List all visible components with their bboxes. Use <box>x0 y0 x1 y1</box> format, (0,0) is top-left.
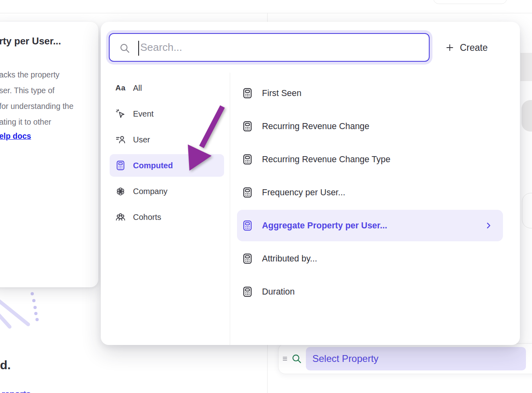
drag-handle-icon[interactable] <box>282 355 288 362</box>
tooltip-line: ating it to other <box>0 114 73 130</box>
event-icon <box>115 109 126 119</box>
top-divider-line <box>0 13 532 13</box>
popover-column-divider <box>230 73 230 345</box>
calculator-icon <box>242 187 253 198</box>
query-builder-row: Select Property <box>278 343 532 374</box>
property-picker-popover: Create Aa All Event User Computed Compan… <box>101 22 520 345</box>
category-item-computed[interactable]: Computed <box>110 154 224 177</box>
search-box[interactable] <box>109 33 430 62</box>
calculator-icon <box>242 286 253 297</box>
decorative-chart-illustration <box>0 282 52 335</box>
tooltip-title: rty per User... <box>0 36 61 47</box>
property-item-first-seen[interactable]: First Seen <box>237 77 503 109</box>
create-button[interactable]: Create <box>445 40 488 56</box>
background-card-fragment <box>522 193 532 228</box>
calculator-icon <box>242 253 253 264</box>
background-panel-fragment <box>520 53 532 81</box>
help-docs-link[interactable]: elp docs <box>0 132 31 141</box>
property-search-icon <box>291 353 302 364</box>
calculator-icon <box>242 220 253 231</box>
search-icon <box>119 43 130 54</box>
property-item-aggregate-property-per-user[interactable]: Aggregate Property per User... <box>237 210 503 241</box>
category-item-all[interactable]: Aa All <box>110 77 224 99</box>
tooltip-line: for understanding the <box>0 98 73 114</box>
property-tooltip-card: rty per User... acks the property ser. T… <box>0 22 98 287</box>
property-item-duration[interactable]: Duration <box>237 276 503 307</box>
cohorts-icon <box>115 212 126 222</box>
clipped-reports-link[interactable]: reports <box>2 389 31 393</box>
partial-top-button[interactable] <box>433 0 507 4</box>
calculator-icon <box>242 88 253 99</box>
search-input[interactable] <box>140 34 422 61</box>
tooltip-description: acks the property ser. This type of for … <box>0 67 73 130</box>
create-button-label: Create <box>460 42 488 53</box>
category-list: Aa All Event User Computed Company Cohor… <box>110 77 224 232</box>
tooltip-line: acks the property <box>0 67 73 83</box>
select-property-label: Select Property <box>312 353 378 364</box>
property-item-recurring-revenue-change-type[interactable]: Recurring Revenue Change Type <box>237 144 503 175</box>
text-format-icon: Aa <box>115 83 126 93</box>
category-item-user[interactable]: User <box>110 128 224 151</box>
category-item-company[interactable]: Company <box>110 180 224 203</box>
text-caret <box>138 41 139 56</box>
tooltip-line: ser. This type of <box>0 83 73 98</box>
user-icon <box>115 134 126 145</box>
plus-icon <box>445 43 454 52</box>
calculator-icon <box>242 121 253 132</box>
property-list: First Seen Recurring Revenue Change Recu… <box>237 77 503 309</box>
select-property-button[interactable]: Select Property <box>306 347 526 370</box>
calculator-icon <box>115 160 126 171</box>
clipped-sentence-text: d. <box>0 358 11 372</box>
chevron-right-icon <box>484 222 493 230</box>
background-card-fragment <box>522 100 532 132</box>
calculator-icon <box>242 154 253 165</box>
company-icon <box>115 186 126 196</box>
category-item-event[interactable]: Event <box>110 102 224 125</box>
property-item-recurring-revenue-change[interactable]: Recurring Revenue Change <box>237 111 503 142</box>
category-item-cohorts[interactable]: Cohorts <box>110 206 224 228</box>
property-item-attributed-by[interactable]: Attributed by... <box>237 243 503 274</box>
property-item-frequency-per-user[interactable]: Frequency per User... <box>237 177 503 208</box>
